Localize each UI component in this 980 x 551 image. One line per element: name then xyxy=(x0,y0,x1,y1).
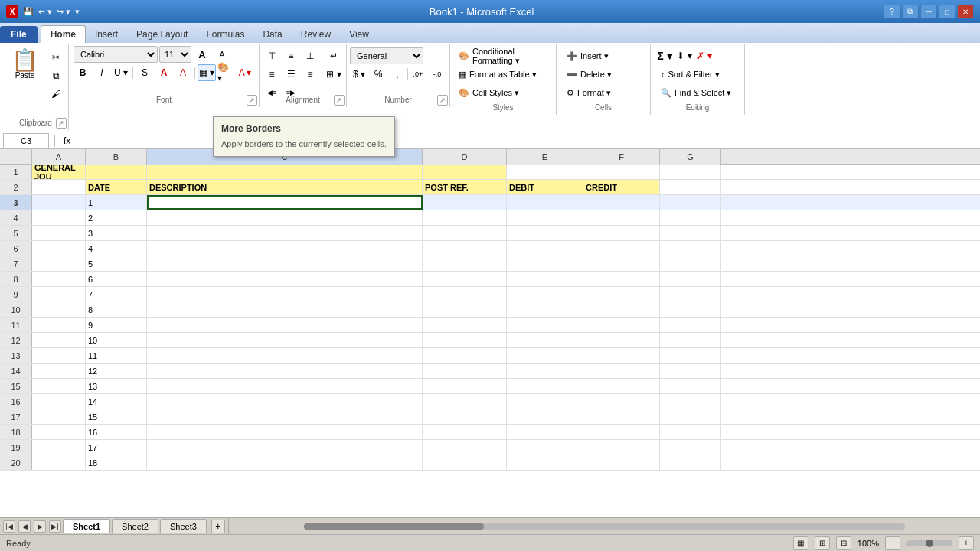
insert-button[interactable]: ➕ Insert ▾ xyxy=(561,47,645,64)
add-sheet-button[interactable]: + xyxy=(211,520,225,533)
quick-redo[interactable]: ↪ ▾ xyxy=(57,7,70,17)
row-num-14[interactable]: 14 xyxy=(0,364,32,378)
col-header-g[interactable]: G xyxy=(660,149,721,165)
quick-customize[interactable]: ▾ xyxy=(75,7,80,17)
help-button[interactable]: ? xyxy=(884,5,900,18)
wrap-text-button[interactable]: ↵ xyxy=(325,47,343,64)
paste-button[interactable]: 📋 Paste xyxy=(6,46,44,118)
alignment-expander[interactable]: ↗ xyxy=(334,95,345,106)
merge-cells-button[interactable]: ⊞ ▾ xyxy=(325,66,343,83)
cell-reference-input[interactable] xyxy=(3,133,49,148)
cell-f1[interactable] xyxy=(583,165,660,179)
underline-button[interactable]: U ▾ xyxy=(112,64,130,81)
horizontal-scrollbar[interactable] xyxy=(304,523,905,530)
cell-c1[interactable] xyxy=(147,165,423,179)
formula-input[interactable] xyxy=(77,133,977,148)
comma-button[interactable]: , xyxy=(388,66,407,83)
cell-styles-button[interactable]: 🎨 Cell Styles ▾ xyxy=(453,84,553,101)
col-header-e[interactable]: E xyxy=(507,149,583,165)
cell-a1[interactable]: GENERAL JOU xyxy=(32,165,86,179)
col-header-f[interactable]: F xyxy=(583,149,660,165)
tab-data[interactable]: Data xyxy=(253,26,291,43)
tab-home[interactable]: Home xyxy=(41,25,86,43)
number-expander[interactable]: ↗ xyxy=(437,95,448,106)
row-num-4[interactable]: 4 xyxy=(0,210,32,225)
col-header-b[interactable]: B xyxy=(86,149,147,165)
cell-c3[interactable] xyxy=(147,195,423,210)
normal-view-button[interactable]: ▦ xyxy=(793,536,808,550)
ribbon-minimize-button[interactable]: ⧉ xyxy=(902,5,919,18)
cell-c2[interactable]: DESCRIPTION xyxy=(147,180,423,194)
left-align-button[interactable]: ≡ xyxy=(263,66,281,83)
cell-a2[interactable] xyxy=(32,180,86,194)
close-button[interactable]: ✕ xyxy=(957,5,974,18)
row-num-9[interactable]: 9 xyxy=(0,287,32,302)
cell-d2[interactable]: POST REF. xyxy=(423,180,507,194)
cell-g1[interactable] xyxy=(660,165,721,179)
cell-g3[interactable] xyxy=(660,195,721,210)
tab-review[interactable]: Review xyxy=(292,26,340,43)
row-num-18[interactable]: 18 xyxy=(0,425,32,439)
strikethrough-button[interactable]: S xyxy=(136,64,154,81)
row-num-12[interactable]: 12 xyxy=(0,333,32,347)
cell-e2[interactable]: DEBIT xyxy=(507,180,583,194)
row-num-3[interactable]: 3 xyxy=(0,195,32,210)
sheet-nav-prev[interactable]: ◀ xyxy=(18,520,31,533)
increase-font2-button[interactable]: A xyxy=(155,64,173,81)
sheet-tab-sheet1[interactable]: Sheet1 xyxy=(63,519,110,533)
sum-button[interactable]: Σ ▾ xyxy=(655,47,674,64)
conditional-formatting-button[interactable]: 🎨 Conditional Formatting ▾ xyxy=(453,47,553,64)
copy-button[interactable]: ⧉ xyxy=(47,67,65,84)
fill-color-button[interactable]: 🎨 ▾ xyxy=(217,64,235,81)
font-size-select[interactable]: 11 xyxy=(159,46,191,63)
function-wizard-button[interactable]: fx xyxy=(60,135,74,146)
col-header-d[interactable]: D xyxy=(423,149,507,165)
row-num-2[interactable]: 2 xyxy=(0,180,32,194)
format-as-table-button[interactable]: ▦ Format as Table ▾ xyxy=(453,66,553,83)
font-expander[interactable]: ↗ xyxy=(247,95,257,106)
row-num-17[interactable]: 17 xyxy=(0,409,32,424)
col-header-a[interactable]: A xyxy=(32,149,86,165)
bot-align-button[interactable]: ⊥ xyxy=(301,47,319,64)
row-num-11[interactable]: 11 xyxy=(0,318,32,332)
sheet-nav-first[interactable]: |◀ xyxy=(3,520,15,533)
cell-b3[interactable]: 1 xyxy=(86,195,147,210)
quick-undo[interactable]: ↩ ▾ xyxy=(38,7,52,17)
cell-b2[interactable]: DATE xyxy=(86,180,147,194)
quick-save[interactable]: 💾 xyxy=(23,7,34,17)
maximize-button[interactable]: □ xyxy=(939,5,956,18)
bold-button[interactable]: B xyxy=(74,64,92,81)
row-num-7[interactable]: 7 xyxy=(0,256,32,271)
row-num-5[interactable]: 5 xyxy=(0,226,32,240)
fill-button[interactable]: ⬇ ▾ xyxy=(675,47,694,64)
decrease-font2-button[interactable]: A xyxy=(174,64,192,81)
page-layout-view-button[interactable]: ⊞ xyxy=(815,536,830,550)
row-num-20[interactable]: 20 xyxy=(0,455,32,470)
page-break-view-button[interactable]: ⊟ xyxy=(836,536,851,550)
cell-a3[interactable] xyxy=(32,195,86,210)
format-painter-button[interactable]: 🖌 xyxy=(47,86,65,103)
sheet-nav-last[interactable]: ▶| xyxy=(49,520,61,533)
increase-font-button[interactable]: A xyxy=(193,46,211,63)
sort-filter-button[interactable]: ↕ Sort & Filter ▾ xyxy=(655,66,740,83)
row-num-1[interactable]: 1 xyxy=(0,165,32,179)
row-num-6[interactable]: 6 xyxy=(0,241,32,256)
tab-view[interactable]: View xyxy=(340,26,378,43)
row-num-16[interactable]: 16 xyxy=(0,394,32,409)
zoom-slider[interactable] xyxy=(906,540,952,546)
font-color-button[interactable]: A ▾ xyxy=(236,64,254,81)
increase-decimal-button[interactable]: .0+ xyxy=(409,66,427,83)
clipboard-expander[interactable]: ↗ xyxy=(56,118,67,129)
sheet-tab-sheet3[interactable]: Sheet3 xyxy=(160,519,207,533)
tab-formulas[interactable]: Formulas xyxy=(197,26,253,43)
tab-file[interactable]: File xyxy=(0,26,38,43)
format-button[interactable]: ⚙ Format ▾ xyxy=(561,84,645,101)
cell-e1[interactable] xyxy=(507,165,583,179)
row-num-10[interactable]: 10 xyxy=(0,302,32,317)
top-align-button[interactable]: ⊤ xyxy=(263,47,281,64)
zoom-in-button[interactable]: + xyxy=(959,536,974,550)
cell-e3[interactable] xyxy=(507,195,583,210)
cell-b1[interactable] xyxy=(86,165,147,179)
borders-button[interactable]: ▦ ▾ xyxy=(198,64,216,81)
cell-d1[interactable] xyxy=(423,165,507,179)
